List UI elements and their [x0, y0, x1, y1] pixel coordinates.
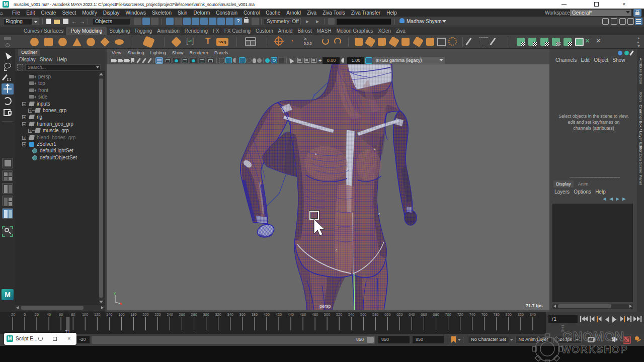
svg-text:440: 440: [288, 312, 294, 317]
svg-text:220: 220: [154, 312, 161, 317]
svg-text:640: 640: [409, 312, 415, 317]
svg-text:620: 620: [396, 312, 403, 317]
svg-text:840: 840: [530, 312, 536, 317]
svg-text:400: 400: [264, 312, 270, 317]
svg-text:460: 460: [300, 312, 306, 317]
svg-text:c: c: [374, 147, 376, 150]
svg-text:260: 260: [179, 312, 185, 317]
svg-text:500: 500: [324, 312, 331, 317]
svg-text:80: 80: [71, 312, 75, 317]
svg-text:280: 280: [191, 312, 197, 317]
svg-text:320: 320: [215, 312, 221, 317]
svg-text:THE: THE: [560, 324, 565, 332]
svg-text:GNOMON: GNOMON: [562, 329, 624, 344]
svg-text:160: 160: [118, 312, 125, 317]
svg-text:persp: persp: [319, 304, 331, 309]
svg-text:600: 600: [384, 312, 391, 317]
svg-text:40: 40: [47, 312, 51, 317]
svg-text:540: 540: [348, 312, 355, 317]
svg-text:60: 60: [59, 312, 63, 317]
svg-text:200: 200: [142, 312, 149, 317]
svg-text:300: 300: [203, 312, 209, 317]
svg-text:480: 480: [312, 312, 318, 317]
svg-text:120: 120: [94, 312, 101, 317]
svg-text:240: 240: [167, 312, 173, 317]
svg-text:660: 660: [421, 312, 427, 317]
svg-text:c: c: [336, 248, 338, 252]
svg-text:y: y: [114, 291, 116, 295]
svg-text:100: 100: [82, 312, 89, 317]
svg-text:c: c: [315, 152, 317, 155]
svg-text:180: 180: [130, 312, 137, 317]
svg-text:820: 820: [518, 312, 524, 317]
svg-text:760: 760: [481, 312, 488, 317]
svg-text:700: 700: [445, 312, 451, 317]
svg-text:20: 20: [35, 312, 39, 317]
svg-text:780: 780: [494, 312, 500, 317]
svg-text:WORKSHOP: WORKSHOP: [561, 344, 628, 355]
svg-text:680: 680: [433, 312, 439, 317]
svg-text:340: 340: [227, 312, 234, 317]
svg-text:720: 720: [457, 312, 463, 317]
svg-text:520: 520: [336, 312, 343, 317]
svg-text:71.7 fps: 71.7 fps: [526, 303, 543, 308]
svg-text:380: 380: [252, 312, 258, 317]
svg-text:140: 140: [106, 312, 113, 317]
svg-text:360: 360: [239, 312, 246, 317]
svg-text:800: 800: [506, 312, 512, 317]
svg-text:560: 560: [360, 312, 367, 317]
svg-text:c: c: [378, 212, 380, 216]
svg-text:420: 420: [276, 312, 282, 317]
svg-text:0: 0: [24, 312, 26, 317]
svg-text:740: 740: [469, 312, 475, 317]
svg-text:-20: -20: [10, 312, 16, 317]
svg-text:580: 580: [372, 312, 379, 317]
